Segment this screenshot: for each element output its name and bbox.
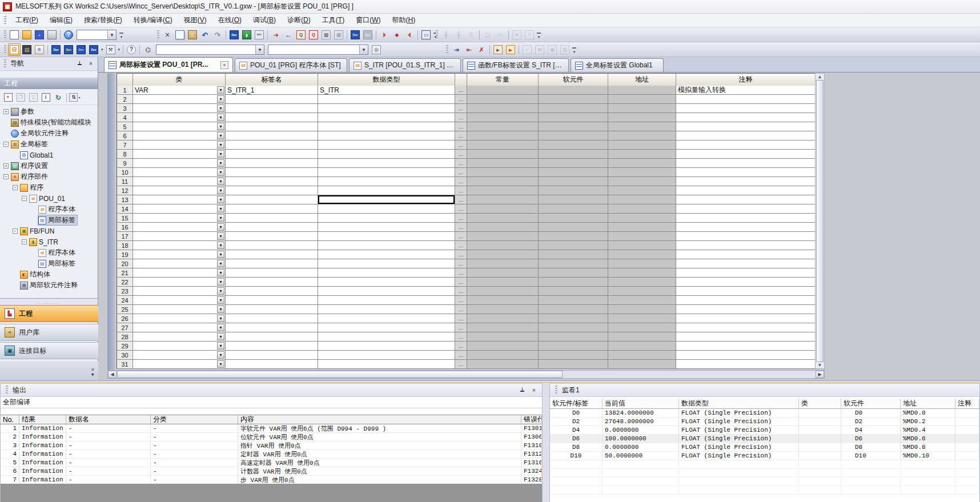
comment-cell[interactable] xyxy=(676,186,816,195)
dropdown-arrow-icon[interactable]: ▾ xyxy=(118,47,121,52)
chevron-down-icon[interactable]: ▼ xyxy=(217,296,224,304)
paste-data-button[interactable]: ▯ xyxy=(27,91,39,104)
device-comment2-button[interactable]: Dev xyxy=(50,43,62,56)
watch-empty-cell[interactable] xyxy=(955,477,979,486)
scroll-down-icon[interactable]: ▼ xyxy=(818,363,822,368)
comment-cell[interactable] xyxy=(676,95,816,104)
redo-button[interactable]: ↷ xyxy=(211,29,224,41)
tree-item[interactable]: ▤特殊模块(智能功能模块 xyxy=(0,117,98,128)
watch-cell[interactable] xyxy=(799,435,841,443)
grid-horizontal-scrollbar[interactable]: ◀ ▶ xyxy=(107,370,825,379)
class-cell[interactable]: ▼ xyxy=(133,259,226,268)
output-cell[interactable]: F1301 xyxy=(521,424,542,433)
watch-cell[interactable]: FLOAT (Single Precision) xyxy=(679,417,799,426)
watch-cell[interactable]: 27648.0000000 xyxy=(603,417,679,426)
watch-empty-cell[interactable] xyxy=(799,486,841,495)
scroll-thumb[interactable] xyxy=(117,371,563,378)
tree-item-hit[interactable]: ◧结构体 xyxy=(20,270,52,279)
program-check-button[interactable]: ✓ xyxy=(521,43,533,56)
watch-empty-cell[interactable] xyxy=(603,469,679,477)
output-cell[interactable]: - xyxy=(66,467,151,476)
watch-empty-cell[interactable] xyxy=(841,460,901,469)
tree-item[interactable]: −stPOU_01 xyxy=(0,193,98,204)
chevron-down-icon[interactable]: ▼ xyxy=(217,168,224,176)
tree-item-hit[interactable]: st程序本体 xyxy=(38,248,77,258)
toolbar-overflow-icon[interactable]: ▾ xyxy=(571,44,577,55)
watch-cell[interactable]: %MD0.10 xyxy=(901,452,955,460)
close-icon[interactable]: × xyxy=(529,386,539,394)
row-number[interactable]: 10 xyxy=(117,168,133,177)
watch-cell[interactable]: D8 xyxy=(550,443,603,452)
watch-cell[interactable] xyxy=(799,452,841,460)
data-type-browse-button[interactable]: … xyxy=(455,168,467,177)
comment-cell[interactable] xyxy=(676,351,816,360)
toolbar-grip[interactable] xyxy=(446,45,448,54)
data-type-cell[interactable] xyxy=(318,131,455,140)
menubar-grip[interactable] xyxy=(4,16,6,25)
row-number[interactable]: 21 xyxy=(117,268,133,278)
data-type-browse-button[interactable]: … xyxy=(455,131,467,140)
menu-item[interactable]: 帮助(H) xyxy=(386,13,421,27)
tree-item-hit[interactable]: ▤全局标签 xyxy=(11,139,50,149)
chevron-down-icon[interactable]: ▼ xyxy=(217,315,224,322)
comment-cell[interactable] xyxy=(676,241,816,250)
read-from-plc-button[interactable]: ← xyxy=(282,29,295,41)
comment-cell[interactable] xyxy=(676,305,816,314)
class-cell[interactable]: ▼ xyxy=(133,214,226,223)
watch-cell[interactable]: %MD0.2 xyxy=(901,417,955,426)
row-number[interactable]: 4 xyxy=(117,113,133,122)
data-type-cell[interactable] xyxy=(318,305,455,314)
close-icon[interactable]: × xyxy=(220,61,228,69)
label-name-cell[interactable] xyxy=(226,241,318,250)
watch-cell[interactable] xyxy=(955,417,979,426)
tree-item-hit[interactable]: ▤局部标签 xyxy=(38,215,77,225)
chevron-down-icon[interactable]: ▼ xyxy=(217,242,224,249)
class-cell[interactable]: ▼ xyxy=(133,122,226,131)
refresh-view-button[interactable]: ↻ xyxy=(52,91,65,104)
dropdown-arrow-icon[interactable]: ▾ xyxy=(101,47,103,52)
output-cell[interactable]: Information xyxy=(19,433,66,441)
watch-column-header[interactable]: 软元件 xyxy=(841,399,901,409)
menu-item[interactable]: 在线(O) xyxy=(212,13,247,27)
tree-item-hit[interactable]: 全局软元件注释 xyxy=(11,128,70,138)
data-type-browse-button[interactable]: … xyxy=(455,204,467,214)
collapse-icon[interactable]: − xyxy=(22,196,27,201)
chevron-down-icon[interactable]: ▼ xyxy=(217,187,224,194)
sfc-zoom-button[interactable]: ◻ xyxy=(481,29,494,41)
data-type-cell[interactable] xyxy=(318,278,455,287)
pin-icon[interactable] xyxy=(75,60,84,68)
comment-cell[interactable] xyxy=(676,232,816,241)
watch-cell[interactable]: D4 xyxy=(550,426,603,435)
sort-filter-button[interactable]: ⇅▾ xyxy=(69,91,81,104)
scroll-thumb[interactable] xyxy=(816,80,824,362)
data-type-cell[interactable] xyxy=(318,296,455,305)
comment-cell[interactable] xyxy=(676,278,816,287)
chevron-down-icon[interactable]: ▼ xyxy=(217,123,224,130)
label-name-cell[interactable] xyxy=(226,250,318,259)
watch-cell[interactable]: D10 xyxy=(841,452,901,460)
label-name-cell[interactable] xyxy=(226,351,318,360)
grid-vertical-scrollbar[interactable]: ▲ ▼ xyxy=(815,73,825,369)
comment-cell[interactable] xyxy=(676,314,816,323)
chevron-down-icon[interactable]: ▼ xyxy=(217,150,224,158)
row-number[interactable]: 14 xyxy=(117,204,133,214)
row-number[interactable]: 15 xyxy=(117,214,133,223)
write-to-plc-button[interactable]: ➜ xyxy=(270,29,282,41)
data-type-browse-button[interactable]: … xyxy=(455,259,467,268)
watch-empty-cell[interactable] xyxy=(955,469,979,477)
chevron-down-icon[interactable]: ▼ xyxy=(217,214,224,222)
device-batch-search-button[interactable]: Q xyxy=(307,29,320,41)
watch-empty-cell[interactable] xyxy=(550,469,603,477)
chevron-down-icon[interactable]: ▼ xyxy=(217,351,224,359)
buffer-memory2-button[interactable]: ▦ xyxy=(332,29,345,41)
row-number[interactable]: 24 xyxy=(117,296,133,305)
tree-item-hit[interactable]: st程序本体 xyxy=(38,204,77,214)
label-name-cell[interactable] xyxy=(226,168,318,177)
watch-empty-cell[interactable] xyxy=(550,477,603,486)
data-type-cell[interactable] xyxy=(318,223,455,232)
row-number[interactable]: 25 xyxy=(117,305,133,314)
collapse-icon[interactable]: − xyxy=(22,239,27,244)
watch-empty-cell[interactable] xyxy=(901,477,955,486)
watch-empty-cell[interactable] xyxy=(901,469,955,477)
label-name-cell[interactable] xyxy=(226,195,318,204)
